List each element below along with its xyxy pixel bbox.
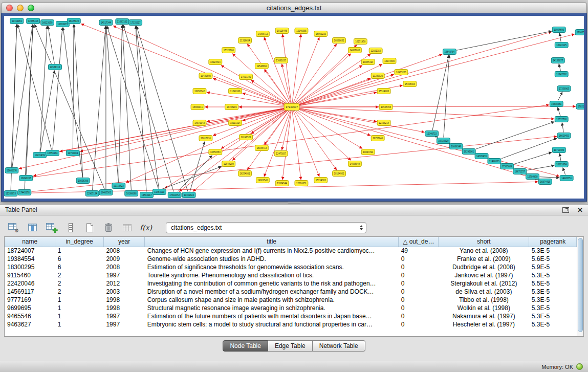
graph-node[interactable]: 17021688	[576, 104, 584, 110]
graph-node[interactable]: 11903542	[575, 30, 584, 35]
cell-title[interactable]: Estimation of the future numbers of pati…	[145, 312, 399, 320]
graph-node[interactable]: 11764190	[153, 189, 166, 195]
cell-year[interactable]: 2009	[103, 255, 144, 263]
cell-pagerank[interactable]: 5.9E-5	[529, 263, 577, 271]
graph-edge[interactable]	[292, 34, 301, 104]
minimize-button[interactable]	[17, 5, 24, 11]
graph-node[interactable]: 11693102	[116, 19, 129, 25]
network-canvas[interactable]: 1724060719565358121032141675694010647294…	[4, 16, 584, 199]
close-panel-icon[interactable]: ✕	[577, 207, 583, 213]
graph-node[interactable]: 18923514	[209, 59, 222, 65]
graph-node[interactable]: 15514088	[377, 89, 390, 94]
cell-out_degree[interactable]: 0	[399, 288, 439, 296]
cell-year[interactable]: 2012	[103, 279, 144, 288]
row-tools-button[interactable]	[64, 221, 77, 234]
cell-short[interactable]: Franke et al. (2009)	[439, 255, 529, 263]
cell-out_degree[interactable]: 0	[399, 304, 439, 312]
graph-node[interactable]: 19744961	[10, 18, 24, 24]
graph-node[interactable]: 18292061	[462, 149, 475, 155]
cell-in_degree[interactable]: 1	[55, 247, 104, 255]
cell-out_degree[interactable]: 49	[399, 247, 439, 255]
graph-node[interactable]: 16023059	[41, 20, 54, 26]
cell-title[interactable]: Structural magnetic resonance image aver…	[145, 304, 399, 312]
cell-pagerank[interactable]: 5.3E-5	[529, 320, 577, 329]
cell-title[interactable]: Tourette syndrome. Phenomenology and cla…	[145, 271, 399, 279]
graph-node[interactable]: 14872043	[193, 120, 206, 126]
graph-node[interactable]: 15325606	[222, 48, 235, 53]
cell-in_degree[interactable]: 2	[55, 271, 104, 279]
graph-node[interactable]: 12544209	[222, 161, 235, 167]
graph-node[interactable]: 10430598	[199, 73, 212, 79]
cell-in_degree[interactable]: 1	[55, 312, 104, 320]
cell-out_degree[interactable]: 0	[399, 296, 439, 304]
edit-table-button[interactable]	[45, 221, 58, 234]
graph-node[interactable]: 18425126	[67, 18, 80, 24]
graph-node[interactable]: 10954690	[552, 27, 565, 33]
graph-edge[interactable]	[107, 26, 158, 189]
graph-edge[interactable]	[299, 78, 371, 104]
graph-node[interactable]: 12537708	[555, 117, 568, 122]
graph-edge[interactable]	[154, 166, 221, 192]
graph-edge[interactable]	[558, 92, 562, 101]
graph-node[interactable]: 11239920	[371, 73, 384, 79]
graph-node[interactable]: 10647294	[361, 149, 375, 155]
graph-node[interactable]: 19861545	[256, 178, 269, 183]
table-row[interactable]: 911546021997Tourette syndrome. Phenomeno…	[5, 271, 577, 279]
graph-edge[interactable]	[213, 78, 285, 104]
table-settings-button[interactable]: ⚙	[7, 221, 20, 234]
graph-edge[interactable]	[137, 26, 188, 192]
graph-node[interactable]: 19026398	[76, 178, 90, 184]
graph-edge[interactable]	[514, 152, 552, 164]
cell-title[interactable]: Changes of HCN gene expression and I(f) …	[145, 247, 399, 255]
graph-edge[interactable]	[294, 111, 337, 170]
cell-in_degree[interactable]: 6	[55, 255, 104, 263]
graph-node[interactable]: 11015816	[199, 136, 212, 141]
graph-node[interactable]: 17335227	[129, 20, 142, 26]
column-header-short[interactable]: short	[439, 237, 529, 247]
cell-title[interactable]: Embryonic stem cells: a model to study s…	[145, 320, 399, 329]
cell-title[interactable]: Disruption of a novel member of a sodium…	[145, 288, 399, 296]
graph-node[interactable]: 18207224	[229, 120, 242, 126]
graph-edge[interactable]	[80, 108, 285, 151]
tab-node-table[interactable]: Node Table	[223, 340, 268, 352]
graph-edge[interactable]	[456, 31, 552, 50]
graph-node[interactable]: 17240607	[284, 104, 299, 111]
cell-year[interactable]: 2008	[103, 247, 144, 255]
graph-node[interactable]: 18855413	[361, 59, 375, 65]
graph-node[interactable]: 10975263	[395, 70, 408, 75]
graph-edge[interactable]	[299, 110, 371, 136]
table-row[interactable]: 1456911722003Disruption of a novel membe…	[5, 288, 577, 296]
graph-node[interactable]: 14706219	[225, 104, 238, 110]
graph-node[interactable]: 16874415	[538, 179, 552, 185]
graph-node[interactable]: 11316654	[238, 38, 252, 43]
table-row[interactable]: 969969511998Structural magnetic resonanc…	[5, 304, 577, 312]
graph-edge[interactable]	[295, 54, 351, 104]
graph-node[interactable]: 19125448	[275, 28, 289, 34]
graph-node[interactable]: 20531312	[49, 64, 62, 70]
graph-node[interactable]: 11590106	[229, 89, 242, 94]
cell-short[interactable]: Nakamura et al. (1997)	[439, 312, 529, 320]
graph-edge[interactable]	[476, 122, 554, 149]
graph-edge[interactable]	[11, 25, 17, 190]
graph-node[interactable]: 14584917	[140, 192, 154, 198]
graph-edge[interactable]	[53, 28, 62, 150]
graph-edge[interactable]	[563, 168, 565, 175]
table-row[interactable]: 977716911998Corpus callosum shape and si…	[5, 296, 577, 304]
graph-node[interactable]: 12958742	[193, 89, 206, 94]
graph-edge[interactable]	[178, 156, 212, 192]
graph-node[interactable]: 10588631	[333, 38, 346, 43]
table-scrollbar[interactable]	[577, 237, 583, 336]
graph-node[interactable]: 18973490	[383, 58, 396, 64]
graph-node[interactable]: 10710389	[552, 147, 565, 153]
graph-node[interactable]: 16936713	[255, 145, 268, 151]
table-selector[interactable]: citations_edges.txt	[166, 222, 366, 233]
cell-title[interactable]: Genome-wide association studies in ADHD.	[145, 255, 399, 263]
graph-node[interactable]: 17802352	[168, 192, 181, 198]
graph-edge[interactable]	[299, 34, 575, 105]
graph-edge[interactable]	[562, 123, 563, 133]
graph-node[interactable]: 12784930	[526, 174, 539, 180]
graph-node[interactable]: 19369824	[182, 192, 195, 198]
table-row[interactable]: 1938455462009Genome-wide association stu…	[5, 255, 577, 263]
cell-year[interactable]: 1998	[103, 296, 144, 304]
graph-node[interactable]: 16891205	[19, 176, 33, 181]
